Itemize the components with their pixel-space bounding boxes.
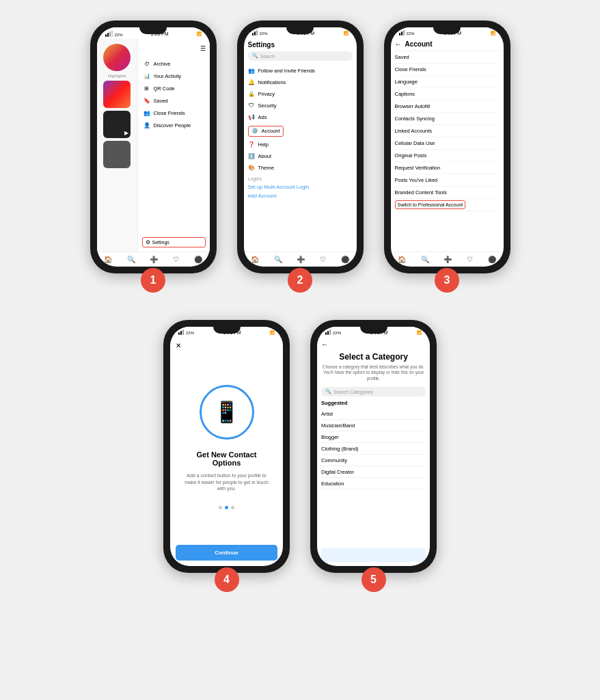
step-4: 4 (215, 567, 239, 592)
add-icon-3[interactable]: ➕ (444, 256, 452, 263)
settings-item-notifications[interactable]: 🔔 Notifications (248, 77, 353, 88)
account-item-linked[interactable]: Linked Accounts (395, 125, 500, 137)
add-account-link[interactable]: Add Account (248, 191, 353, 200)
account-item-contacts[interactable]: Contacts Syncing (395, 113, 500, 125)
about-icon: ℹ️ (248, 153, 255, 160)
account-item-language[interactable]: Language (395, 76, 500, 88)
post-thumbnail-2: ▶ (103, 111, 131, 138)
menu-item-discover[interactable]: 👤 Discover People (142, 119, 206, 131)
menu-item-close-friends[interactable]: 👥 Close Friends (142, 107, 206, 119)
account-item-cellular[interactable]: Cellular Data Use (395, 137, 500, 150)
dot-3 (231, 506, 234, 509)
category-search-placeholder: Search Categories (333, 390, 373, 394)
follow-icon: 👥 (248, 68, 255, 75)
archive-label: Archive (154, 61, 171, 67)
account-item-branded[interactable]: Branded Content Tools (395, 187, 500, 199)
ads-label: Ads (258, 114, 267, 120)
signal-2: 22% (252, 30, 268, 36)
signal-pct-2: 22% (260, 31, 268, 36)
battery-5: 📶 (417, 330, 422, 335)
account-item-close-friends[interactable]: Close Friends (395, 64, 500, 76)
account-item-original[interactable]: Original Posts (395, 150, 500, 162)
back-arrow-3[interactable]: ← (395, 40, 402, 48)
category-digital[interactable]: Digital Creator (321, 466, 426, 478)
account-item-liked[interactable]: Posts You've Liked (395, 174, 500, 187)
category-community[interactable]: Community (321, 455, 426, 466)
security-icon: 🛡 (248, 103, 255, 109)
step-1: 1 (141, 268, 165, 293)
profile-icon-1[interactable]: ⚫ (194, 256, 202, 263)
activity-icon: 📊 (144, 72, 150, 79)
home-icon-3[interactable]: 🏠 (398, 256, 406, 263)
notch-3 (433, 27, 461, 34)
activity-label: Your Activity (154, 73, 182, 79)
theme-label: Theme (258, 165, 274, 171)
close-button[interactable]: ✕ (176, 342, 277, 349)
category-education[interactable]: Education (321, 478, 426, 489)
hamburger-icon: ☰ (200, 45, 206, 52)
settings-item-theme[interactable]: 🎨 Theme (248, 162, 353, 174)
discover-icon: 👤 (144, 122, 150, 129)
heart-icon-2[interactable]: ♡ (320, 256, 326, 263)
settings-item-help[interactable]: ❓ Help (248, 139, 353, 150)
suggested-label: Suggested (321, 400, 426, 406)
search-icon-3[interactable]: 🔍 (421, 256, 429, 263)
search-icon-1[interactable]: 🔍 (127, 256, 135, 263)
account-icon: ⚙️ (251, 128, 258, 135)
menu-item-qr[interactable]: ⊞ QR Code (142, 82, 206, 94)
profile-icon-2[interactable]: ⚫ (341, 256, 349, 263)
account-item-captions[interactable]: Captions (395, 88, 500, 100)
battery-3: 📶 (491, 31, 495, 36)
about-label: About (258, 153, 272, 159)
profile-avatar (103, 44, 131, 71)
account-item-professional[interactable]: Switch to Professional Account (395, 199, 500, 211)
phone-3-wrapper: 22% 1:01 PM 📶 ← Account Saved Close Frie… (384, 21, 510, 293)
search-icon-2[interactable]: 🔍 (274, 256, 282, 263)
add-icon-1[interactable]: ➕ (150, 256, 158, 263)
settings-button[interactable]: ⚙ Settings (142, 237, 206, 247)
dot-2 (225, 506, 228, 509)
back-arrow-5[interactable]: ← (321, 340, 426, 348)
settings-search[interactable]: 🔍 Search (248, 51, 353, 61)
account-label: Account (262, 128, 280, 134)
bottom-nav-3: 🏠 🔍 ➕ ♡ ⚫ (391, 252, 504, 267)
profile-icon-3[interactable]: ⚫ (488, 256, 496, 263)
home-icon-2[interactable]: 🏠 (251, 256, 259, 263)
notch-1 (139, 27, 167, 34)
professional-btn: Switch to Professional Account (395, 200, 466, 209)
account-item-browser[interactable]: Browser Autofill (395, 100, 500, 113)
category-clothing[interactable]: Clothing (Brand) (321, 443, 426, 455)
post-thumbnail (103, 81, 131, 108)
menu-item-archive[interactable]: ⏱ Archive (142, 57, 206, 70)
notifications-label: Notifications (258, 79, 286, 85)
settings-item-privacy[interactable]: 🔒 Privacy (248, 88, 353, 100)
category-search[interactable]: 🔍 Search Categories (321, 387, 426, 396)
add-icon-2[interactable]: ➕ (297, 256, 305, 263)
multi-account-link[interactable]: Set up Multi-Account Login (248, 183, 353, 191)
category-blogger[interactable]: Blogger (321, 431, 426, 443)
heart-icon-3[interactable]: ♡ (467, 256, 473, 263)
category-artist[interactable]: Artist (321, 408, 426, 420)
account-item-verification[interactable]: Request Verification (395, 162, 500, 174)
category-bottom-bar (321, 548, 426, 562)
settings-item-account[interactable]: ⚙️ Account (248, 123, 353, 139)
signal-4: 22% (178, 329, 194, 335)
home-icon-1[interactable]: 🏠 (104, 256, 112, 263)
settings-item-follow[interactable]: 👥 Follow and Invite Friends (248, 65, 353, 77)
category-musician[interactable]: Musician/Band (321, 420, 426, 431)
continue-button[interactable]: Continue (176, 545, 277, 561)
menu-header: ☰ (142, 42, 206, 55)
settings-item-about[interactable]: ℹ️ About (248, 150, 353, 162)
heart-icon-1[interactable]: ♡ (173, 256, 179, 263)
menu-item-activity[interactable]: 📊 Your Activity (142, 70, 206, 82)
signal-pct-1: 22% (115, 33, 123, 37)
saved-icon: 🔖 (144, 97, 150, 104)
close-friends-icon: 👥 (144, 109, 150, 116)
settings-item-security[interactable]: 🛡 Security (248, 100, 353, 111)
qr-label: QR Code (154, 85, 175, 92)
settings-item-ads[interactable]: 📢 Ads (248, 111, 353, 123)
contact-main: 📱 Get New Contact Options Add a contact … (176, 363, 277, 545)
account-item-saved[interactable]: Saved (395, 51, 500, 64)
category-title: Select a Category (321, 352, 426, 362)
menu-item-saved[interactable]: 🔖 Saved (142, 94, 206, 107)
